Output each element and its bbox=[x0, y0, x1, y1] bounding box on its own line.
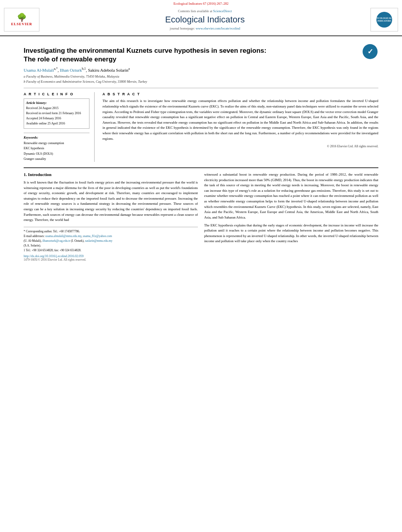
received-date: Received 24 August 2015 bbox=[26, 106, 87, 111]
sa-solarin-line: (S.A. Solarin). bbox=[24, 243, 198, 248]
content-left: 1. Introduction It is well known that th… bbox=[24, 172, 198, 261]
article-info-heading: A R T I C L E I N F O bbox=[24, 92, 89, 96]
homepage-line: journal homepage: www.elsevier.com/locat… bbox=[39, 26, 370, 30]
footnotes: * Corresponding author. Tel.: +60 174587… bbox=[24, 227, 198, 253]
elsevier-label: ELSEVIER bbox=[11, 22, 32, 26]
contents-line: Contents lists available at ScienceDirec… bbox=[39, 9, 370, 13]
journal-header: Ecological Indicators 67 (2016) 267–282 … bbox=[0, 0, 402, 36]
journal-banner: 🌳 ELSEVIER Contents lists available at S… bbox=[0, 6, 402, 33]
crossmark-badge[interactable]: ✓ bbox=[362, 43, 378, 60]
article-history: Article history: Received 24 August 2015… bbox=[24, 98, 89, 128]
doi-line: http://dx.doi.org/10.1016/j.ecolind.2016… bbox=[24, 254, 198, 258]
elsevier-tree-icon: 🌳 bbox=[17, 13, 27, 21]
journal-name: Ecological Indicators bbox=[39, 15, 370, 25]
article-body: A R T I C L E I N F O Article history: R… bbox=[24, 88, 378, 162]
email-addresses-line: E-mail addresses: usama.almulali@mmu.edu… bbox=[24, 234, 198, 239]
author-ilhan[interactable]: Ilhan Ozturk bbox=[60, 68, 82, 72]
intro-paragraph-2: witnessed a substantial boost in renewab… bbox=[204, 172, 378, 221]
elsevier-logo: 🌳 ELSEVIER bbox=[4, 8, 39, 32]
main-content: 1. Introduction It is well known that th… bbox=[24, 167, 378, 261]
intro-paragraph-1: It is well known that the fluctuation in… bbox=[24, 180, 198, 223]
abstract-text: The aim of this research is to investiga… bbox=[102, 98, 378, 141]
intro-paragraph-3: The EKC hypothesis explains that during … bbox=[204, 223, 378, 245]
footnote2-text: (I. Ozturk), bbox=[71, 239, 84, 243]
keyword-3: Dynamic OLS (DOLS) bbox=[24, 151, 89, 157]
issn-line: 1470-160X/© 2016 Elsevier Ltd. All right… bbox=[24, 258, 198, 261]
intro-heading: 1. Introduction bbox=[24, 172, 198, 177]
abstract-section: A B S T R A C T The aim of this research… bbox=[102, 92, 378, 162]
accepted-date: Accepted 24 February 2016 bbox=[26, 116, 87, 121]
volume-issue-bar: Ecological Indicators 67 (2016) 267–282 bbox=[0, 0, 402, 6]
affiliation-a: a Faculty of Business, Multimedia Univer… bbox=[24, 74, 378, 79]
email-label: E-mail addresses: bbox=[24, 234, 45, 238]
contents-text: Contents lists available at bbox=[178, 9, 212, 13]
title-row: Investigating the environmental Kuznets … bbox=[24, 40, 378, 67]
journal-title-center: Contents lists available at ScienceDirec… bbox=[39, 9, 370, 30]
article-info-panel: A R T I C L E I N F O Article history: R… bbox=[24, 92, 95, 162]
author-usama[interactable]: Usama Al-Mulali bbox=[24, 68, 54, 72]
email-link-2[interactable]: usama_81z@yahoo.com bbox=[83, 234, 112, 238]
footnote-authors-line: (U. Al-Mulali), ilhanozturk@cag.edu.tr (… bbox=[24, 239, 198, 243]
email-link-3[interactable]: ilhanozturk@cag.edu.tr bbox=[43, 239, 71, 243]
copyright-line: © 2016 Elsevier Ltd. All rights reserved… bbox=[102, 145, 378, 148]
homepage-label: journal homepage: bbox=[170, 26, 195, 30]
affiliations: a Faculty of Business, Multimedia Univer… bbox=[24, 74, 378, 84]
doi-link[interactable]: http://dx.doi.org/10.1016/j.ecolind.2016… bbox=[24, 254, 84, 258]
eco-circle-icon: ECOLOGICALINDICATORS bbox=[376, 12, 392, 28]
email-link-4[interactable]: saslarin@mmu.edu.my bbox=[85, 239, 112, 243]
abstract-heading: A B S T R A C T bbox=[102, 92, 378, 96]
email-link-1[interactable]: usama.almulali@mmu.edu.my bbox=[45, 234, 82, 238]
keywords-title: Keywords: bbox=[24, 135, 89, 139]
article-container: Investigating the environmental Kuznets … bbox=[0, 36, 402, 265]
available-date: Available online 25 April 2016 bbox=[26, 121, 87, 126]
ecological-indicators-logo: ECOLOGICALINDICATORS bbox=[370, 8, 398, 32]
sciencedirect-link[interactable]: ScienceDirect bbox=[213, 9, 232, 13]
crossmark-icon: ✓ bbox=[363, 44, 378, 59]
corresponding-author-note: * Corresponding author. Tel.: +60 174587… bbox=[24, 229, 198, 234]
keyword-1: Renewable energy consumption bbox=[24, 141, 89, 146]
tel-fax-note: 1 Tel.: +90 324 6514828; fax: +90 324 65… bbox=[24, 248, 198, 253]
volume-issue-text: Ecological Indicators 67 (2016) 267–282 bbox=[173, 2, 229, 6]
keywords-section: Keywords: Renewable energy consumption E… bbox=[24, 133, 89, 162]
homepage-url[interactable]: www.elsevier.com/locate/ecolind bbox=[195, 26, 240, 30]
authors-line: Usama Al-Mulalia,*, Ilhan Ozturkb,1, Sak… bbox=[24, 67, 378, 72]
keyword-4: Granger causality bbox=[24, 156, 89, 162]
content-right: witnessed a substantial boost in renewab… bbox=[204, 172, 378, 261]
revised-date: Received in revised form 21 February 201… bbox=[26, 111, 87, 116]
affiliation-b: b Faculty of Economics and Administrativ… bbox=[24, 79, 378, 84]
history-title: Article history: bbox=[26, 101, 87, 105]
keyword-2: EKC hypothesis bbox=[24, 146, 89, 151]
article-title: Investigating the environmental Kuznets … bbox=[24, 46, 268, 64]
